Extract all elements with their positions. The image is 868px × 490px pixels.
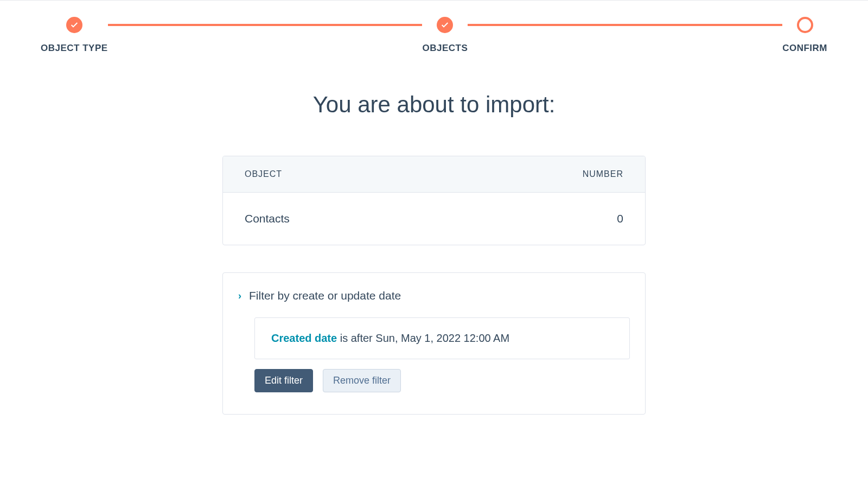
filter-title: Filter by create or update date: [249, 289, 401, 302]
cell-number: 0: [617, 212, 623, 225]
summary-table: OBJECT NUMBER Contacts 0: [222, 156, 646, 245]
remove-filter-button[interactable]: Remove filter: [323, 369, 401, 392]
page-title: You are about to import:: [222, 92, 646, 118]
filter-field: Created date: [271, 332, 337, 344]
table-row: Contacts 0: [223, 193, 645, 245]
filter-toggle[interactable]: › Filter by create or update date: [238, 289, 630, 302]
step-label: OBJECT TYPE: [41, 43, 108, 54]
step-connector: [108, 24, 423, 26]
col-header-object: OBJECT: [245, 169, 282, 179]
check-icon: [441, 21, 449, 29]
check-icon: [70, 21, 79, 29]
step-label: CONFIRM: [782, 43, 827, 54]
chevron-right-icon: ›: [238, 290, 241, 302]
col-header-number: NUMBER: [583, 169, 623, 179]
step-circle-done: [437, 17, 453, 33]
step-circle-pending: [797, 17, 813, 33]
stepper: OBJECT TYPE OBJECTS CONFIRM: [0, 1, 868, 54]
filter-actions: Edit filter Remove filter: [254, 369, 630, 392]
filter-condition: is after Sun, May 1, 2022 12:00 AM: [337, 332, 509, 344]
filter-panel: › Filter by create or update date Create…: [222, 272, 646, 415]
table-header: OBJECT NUMBER: [223, 156, 645, 193]
step-circle-done: [66, 17, 82, 33]
edit-filter-button[interactable]: Edit filter: [254, 369, 313, 392]
step-connector: [468, 24, 782, 26]
step-confirm[interactable]: CONFIRM: [782, 17, 827, 54]
cell-object: Contacts: [245, 212, 290, 225]
main-content: You are about to import: OBJECT NUMBER C…: [212, 92, 656, 415]
step-object-type[interactable]: OBJECT TYPE: [41, 17, 108, 54]
step-label: OBJECTS: [422, 43, 468, 54]
filter-rule: Created date is after Sun, May 1, 2022 1…: [254, 317, 630, 359]
step-objects[interactable]: OBJECTS: [422, 17, 468, 54]
